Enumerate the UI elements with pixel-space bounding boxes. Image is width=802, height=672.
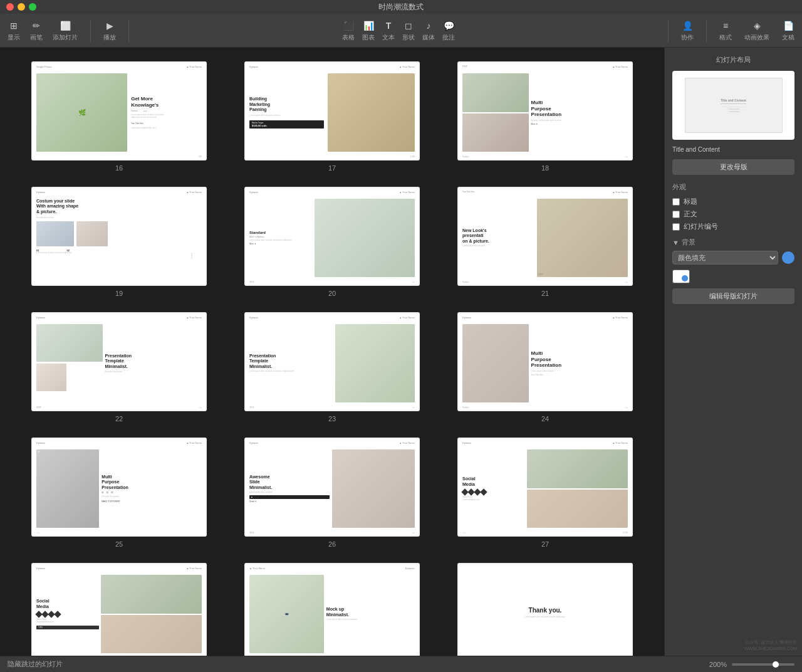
slide-number-19: 19	[115, 290, 123, 297]
color-swatch[interactable]	[672, 270, 690, 283]
slide-number-20: 20	[328, 290, 336, 297]
main-area: Single Picture▲ Your Name 🌿 Get MoreKnow…	[0, 48, 802, 656]
bg-section: ▼ 背景 颜色填充 渐变填充 图像填充	[672, 238, 794, 283]
toolbar-collaborate[interactable]: 👤 协作	[681, 19, 694, 42]
bottom-right: 200%	[709, 661, 794, 668]
slide-cell-21: Your Title Idea▲ Your Name New Look'spre…	[439, 179, 652, 305]
panel-preview-card: Title and Content ──────────────── • Lor…	[672, 71, 794, 140]
slide-number-24: 24	[541, 415, 549, 423]
preview-title: Title and Content	[672, 146, 720, 153]
toolbar-comment[interactable]: 💬 批注	[442, 19, 455, 42]
toolbar-table[interactable]: ⬛ 表格	[342, 19, 355, 42]
document-icon: 📄	[782, 19, 794, 32]
slide-cell-28: Epitaxis.▲ Your Name SocialMedia	[13, 555, 226, 656]
slide-thumb-17[interactable]: Epitaxis.▲ Your Name BuildingMarketingPa…	[244, 61, 420, 160]
comment-icon: 💬	[442, 19, 455, 32]
display-icon: ⊞	[8, 19, 20, 32]
slide-cell-16: Single Picture▲ Your Name 🌿 Get MoreKnow…	[13, 54, 226, 179]
hide-skipped-label: 隐藏跳过的幻灯片	[8, 659, 63, 669]
toolbar-add-slide[interactable]: ⬜ 添加灯片	[53, 19, 78, 42]
toolbar-shape[interactable]: ◻ 形状	[402, 19, 415, 42]
toolbar-media[interactable]: ♪ 媒体	[422, 19, 435, 42]
color-swatch-accent	[682, 275, 688, 281]
bg-color-picker[interactable]	[782, 251, 794, 264]
toolbar-document[interactable]: 📄 文稿	[782, 19, 794, 42]
slide-thumb-26[interactable]: Epitaxis.▲ Your Name AwesomeSlideMinimal…	[244, 438, 420, 537]
slide-thumb-21[interactable]: Your Title Idea▲ Your Name New Look'spre…	[457, 187, 633, 286]
edit-master-button[interactable]: 编辑母版幻灯片	[672, 288, 794, 304]
panel-section-title: 幻灯片布局	[672, 55, 794, 65]
slide-thumb-23[interactable]: Epitaxis.▲ Your Name PresentationTemplat…	[244, 312, 420, 411]
slide-cell-27: Epitaxis.▲ Your Name SocialMedia	[439, 430, 652, 555]
chart-label: 图表	[362, 33, 375, 42]
zoom-level: 200%	[709, 661, 727, 668]
slide-cell-25: Epitaxis.▲ Your Name 01 MultiPurposePres…	[13, 430, 226, 555]
slide-thumb-20[interactable]: Epitaxis.▲ Your Name Standard Name ★ Add…	[244, 187, 420, 286]
shape-icon: ◻	[402, 19, 415, 32]
slide-thumb-29[interactable]: ▲ Your NameEpitaxis. 💻 Mock upMinimalist…	[244, 563, 420, 656]
slide-thumb-24[interactable]: Epitaxis.▲ Your Name MultiPurposePresent…	[457, 312, 633, 411]
minimize-button[interactable]	[18, 3, 25, 11]
add-slide-label: 添加灯片	[53, 33, 78, 42]
slide-number-26: 26	[328, 540, 336, 548]
slide-number-22: 22	[115, 415, 123, 423]
media-icon: ♪	[422, 19, 435, 32]
slide-number-27: 27	[541, 540, 549, 548]
collaborate-label: 协作	[681, 33, 694, 42]
close-button[interactable]	[6, 3, 14, 11]
slides-area[interactable]: Single Picture▲ Your Name 🌿 Get MoreKnow…	[0, 48, 664, 656]
toolbar-right-group: ≡ 格式 ◈ 动画效果 📄 文稿	[719, 19, 794, 42]
body-checkbox-label: 正文	[684, 209, 697, 219]
slide-thumb-27[interactable]: Epitaxis.▲ Your Name SocialMedia	[457, 438, 633, 537]
comment-label: 批注	[442, 33, 455, 42]
slide-thumb-22[interactable]: Epitaxis.▲ Your Name PresentationTemplat…	[31, 312, 207, 411]
slide-number-17: 17	[328, 164, 336, 172]
slides-grid: Single Picture▲ Your Name 🌿 Get MoreKnow…	[13, 54, 652, 656]
slide-thumb-30[interactable]: Thank you. Lorem ipsum dolor sit amet co…	[457, 563, 633, 656]
zoom-slider[interactable]	[732, 663, 794, 666]
text-icon: T	[382, 19, 395, 32]
slide-number-16: 16	[115, 164, 123, 172]
toolbar-animation[interactable]: ◈ 动画效果	[744, 19, 769, 42]
toolbar-divider-2	[128, 19, 129, 42]
draw-icon: ✏	[30, 19, 43, 32]
animation-icon: ◈	[751, 19, 763, 32]
slide-thumb-18[interactable]: 10/10▲ Your Name MultiPurposePresentatio…	[457, 61, 633, 160]
toolbar-divider-1	[90, 19, 91, 42]
toolbar-format[interactable]: ≡ 格式	[719, 19, 732, 42]
toolbar-draw[interactable]: ✏ 画笔	[30, 19, 43, 42]
collaborate-icon: 👤	[681, 19, 694, 32]
slide-cell-26: Epitaxis.▲ Your Name AwesomeSlideMinimal…	[226, 430, 439, 555]
add-slide-icon: ⬜	[59, 19, 71, 32]
slidenum-checkbox[interactable]	[672, 223, 680, 231]
traffic-lights	[6, 3, 36, 11]
media-label: 媒体	[422, 33, 435, 42]
slide-cell-18: 10/10▲ Your Name MultiPurposePresentatio…	[439, 54, 652, 179]
body-checkbox[interactable]	[672, 211, 680, 218]
toolbar-divider-3	[668, 19, 669, 42]
bg-select-row: 颜色填充 渐变填充 图像填充	[672, 251, 794, 265]
bg-label: ▼ 背景	[672, 238, 794, 247]
slide-number-25: 25	[115, 540, 123, 548]
toolbar-play[interactable]: ▶ 播放	[103, 19, 116, 42]
bg-fill-select[interactable]: 颜色填充 渐变填充 图像填充	[672, 251, 778, 265]
slide-cell-30: Thank you. Lorem ipsum dolor sit amet co…	[439, 555, 652, 656]
slide-cell-17: Epitaxis.▲ Your Name BuildingMarketingPa…	[226, 54, 439, 179]
animation-label: 动画效果	[744, 33, 769, 42]
fullscreen-button[interactable]	[29, 3, 36, 11]
toolbar-display[interactable]: ⊞ 显示	[8, 19, 20, 42]
checkbox-row-slidenum: 幻灯片编号	[672, 222, 794, 231]
slide-number-18: 18	[541, 164, 549, 172]
slide-cell-22: Epitaxis.▲ Your Name PresentationTemplat…	[13, 305, 226, 430]
title-checkbox[interactable]	[672, 198, 680, 206]
slide-thumb-19[interactable]: Epitaxis.▲ Your Name Costum your slideWi…	[31, 187, 207, 286]
toolbar-chart[interactable]: 📊 图表	[362, 19, 375, 42]
toolbar: ⊞ 显示 ✏ 画笔 ⬜ 添加灯片 ▶ 播放 ⬛ 表格 📊 图表 T 文本 ◻ 形…	[0, 14, 802, 48]
slide-thumb-16[interactable]: Single Picture▲ Your Name 🌿 Get MoreKnow…	[31, 61, 207, 160]
slide-thumb-28[interactable]: Epitaxis.▲ Your Name SocialMedia	[31, 563, 207, 656]
slide-number-23: 23	[328, 415, 336, 423]
slide-thumb-25[interactable]: Epitaxis.▲ Your Name 01 MultiPurposePres…	[31, 438, 207, 537]
play-label: 播放	[103, 33, 116, 42]
toolbar-text[interactable]: T 文本	[382, 19, 395, 42]
change-master-button[interactable]: 更改母版	[672, 159, 794, 175]
